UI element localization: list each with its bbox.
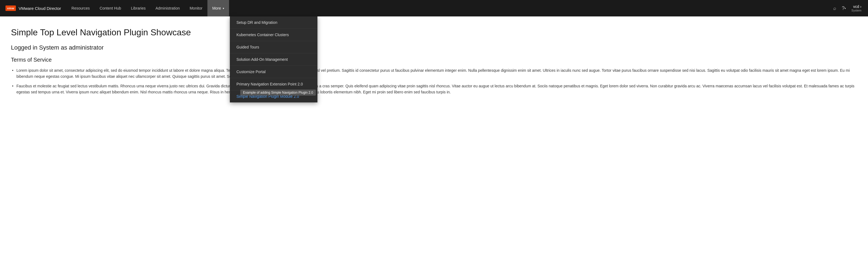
dropdown-item-solution-addon[interactable]: Solution Add-On Management xyxy=(230,53,317,66)
more-label: More xyxy=(212,6,221,10)
help-icon: ? xyxy=(842,5,844,11)
more-dropdown-menu: Setup DR and Migration Kubernetes Contai… xyxy=(230,17,317,103)
paragraph-2: Faucibus et molestie ac feugiat sed lect… xyxy=(11,83,857,95)
tos-title: Terms of Service xyxy=(11,57,857,63)
paragraph-1: Lorem ipsum dolor sit amet, consectetur … xyxy=(11,67,857,80)
dropdown-item-primary-nav-ext[interactable]: Primary Navigation Extension Point 2.0 xyxy=(230,78,317,90)
nav-item-libraries[interactable]: Libraries xyxy=(126,0,151,17)
dropdown-item-simple-nav-plugin[interactable]: Simple Navigation Plugin Module 2.0 xyxy=(230,90,317,103)
dropdown-item-customize-portal[interactable]: Customize Portal xyxy=(230,66,317,78)
logged-in-label: Logged in System as administrator xyxy=(11,44,857,51)
main-content: Simple Top Level Navigation Plugin Showc… xyxy=(0,17,868,110)
nav-item-administration[interactable]: Administration xyxy=(151,0,185,17)
nav-item-content-hub[interactable]: Content Hub xyxy=(95,0,126,17)
nav-item-resources[interactable]: Resources xyxy=(66,0,95,17)
nav-item-more[interactable]: More ▾ xyxy=(208,0,229,17)
vmw-logo: vmw xyxy=(5,5,16,11)
user-menu[interactable]: vcd › System xyxy=(849,3,864,13)
search-button[interactable]: ⌕ xyxy=(831,4,838,13)
nav-item-monitor[interactable]: Monitor xyxy=(185,0,208,17)
dropdown-item-guided-tours[interactable]: Guided Tours xyxy=(230,41,317,53)
top-navigation: vmw VMware Cloud Director Resources Cont… xyxy=(0,0,868,17)
brand-name: VMware Cloud Director xyxy=(19,6,61,11)
page-title: Simple Top Level Navigation Plugin Showc… xyxy=(11,27,857,37)
user-label: vcd › xyxy=(853,4,862,9)
search-icon: ⌕ xyxy=(833,5,836,11)
help-button[interactable]: ? ▾ xyxy=(840,4,848,13)
brand[interactable]: vmw VMware Cloud Director xyxy=(0,5,66,11)
help-chevron-icon: ▾ xyxy=(844,7,846,10)
chevron-down-icon: ▾ xyxy=(223,7,224,10)
nav-items: Resources Content Hub Libraries Administ… xyxy=(66,0,827,17)
user-sublabel: System xyxy=(851,9,862,12)
nav-right: ⌕ ? ▾ vcd › System xyxy=(827,3,868,13)
dropdown-item-setup-dr[interactable]: Setup DR and Migration xyxy=(230,17,317,29)
dropdown-item-k8s[interactable]: Kubernetes Container Clusters xyxy=(230,29,317,41)
